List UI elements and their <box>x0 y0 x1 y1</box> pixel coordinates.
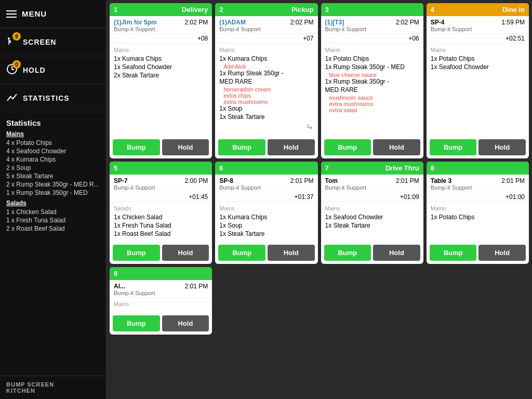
stats-item: 2 x Soup <box>6 164 100 171</box>
svg-point-0 <box>8 37 10 39</box>
card-footer-4: Bump Hold <box>427 136 529 158</box>
stats-item: 1 x Rump Steak 350gr - MED <box>6 189 100 196</box>
card-number: 2 <box>219 6 223 14</box>
card-support: Bump-it Support <box>325 184 366 191</box>
card-modifier: Add Aioli <box>223 63 313 70</box>
order-card-2: 2 Pickup (1)ADAM Bump-it Support 2:02 PM… <box>215 3 317 158</box>
stats-item: 4 x Potato Chips <box>6 139 100 147</box>
card-support: Bump-it Support <box>114 290 155 296</box>
card-header-4: 4 Dine in <box>427 3 529 16</box>
bump-button-8[interactable]: Bump <box>430 245 477 261</box>
sidebar-item-hold[interactable]: 0 HOLD <box>0 56 106 84</box>
card-footer-3: Bump Hold <box>321 136 423 158</box>
card-item: MED RARE <box>325 86 419 94</box>
stats-category-salads: Salads <box>6 200 100 207</box>
card-item: 1x Seafood Chowder <box>325 214 419 221</box>
sidebar-header: MENU <box>0 0 106 28</box>
bump-button-6[interactable]: Bump <box>218 245 265 261</box>
menu-label: MENU <box>22 9 47 18</box>
footer-bump-screen: BUMP SCREEN <box>6 381 100 388</box>
card-elapsed: +07 <box>215 34 317 44</box>
bump-button-7[interactable]: Bump <box>324 245 371 261</box>
card-item: 1x Potato Chips <box>325 55 419 62</box>
order-card-9: 9 Al... Bump-it Support 2:01 PM Mains Bu… <box>110 267 212 335</box>
card-number: 6 <box>219 164 223 172</box>
card-customer-name: (1)[T3] <box>325 19 366 26</box>
card-category: Mains <box>219 205 313 211</box>
card-header-1: 1 Delivery <box>110 3 212 16</box>
hold-button-5[interactable]: Hold <box>162 245 209 261</box>
card-subheader-9: Al... Bump-it Support 2:01 PM <box>110 280 212 298</box>
hold-button-2[interactable]: Hold <box>268 139 315 155</box>
card-footer-6: Bump Hold <box>215 242 317 264</box>
hold-button-6[interactable]: Hold <box>268 245 315 261</box>
card-header-9: 9 <box>110 267 212 280</box>
card-footer-2: Bump Hold <box>215 136 317 158</box>
card-modifier: extra chips <box>223 92 313 99</box>
card-time: 2:00 PM <box>185 177 208 184</box>
card-footer-5: Bump Hold <box>110 242 212 264</box>
bump-button-5[interactable]: Bump <box>113 245 160 261</box>
card-footer-1: Bump Hold <box>110 136 212 158</box>
bump-button-1[interactable]: Bump <box>113 139 160 155</box>
card-time: 2:02 PM <box>396 19 419 26</box>
card-header-8: 8 <box>427 162 529 175</box>
card-subheader-1: (1)Jim for 5pm Bump-it Support 2:02 PM <box>110 16 212 34</box>
bump-button-3[interactable]: Bump <box>324 139 371 155</box>
stats-item: 4 x Kumara Chips <box>6 156 100 163</box>
card-customer-name: SP-7 <box>114 177 155 184</box>
card-item: 1x Steak Tartare <box>325 222 419 229</box>
card-customer-name: Tom <box>325 177 366 184</box>
card-header-5: 5 <box>110 162 212 175</box>
card-item: 1x Seafood Chowder <box>114 63 208 71</box>
statistics-title: Statistics <box>6 118 100 127</box>
card-category: Mains <box>114 47 208 53</box>
card-item: 1x Steak Tartare <box>219 230 313 237</box>
card-elapsed: +01:45 <box>110 192 212 202</box>
card-footer-7: Bump Hold <box>321 242 423 264</box>
bump-button-2[interactable]: Bump <box>218 139 265 155</box>
card-customer-name: (1)Jim for 5pm <box>114 19 157 26</box>
hold-button-8[interactable]: Hold <box>478 245 526 261</box>
hold-button-1[interactable]: Hold <box>162 139 209 155</box>
card-number: 3 <box>325 6 329 14</box>
card-item: 1x Potato Chips <box>431 55 525 62</box>
hold-badge: 0 <box>12 60 21 69</box>
order-card-4: 4 Dine in SP-4 Bump-it Support 1:59 PM +… <box>427 3 529 158</box>
hamburger-icon[interactable] <box>6 10 17 18</box>
card-item: 1x Kumara Chips <box>219 55 313 62</box>
sidebar-item-screen[interactable]: 9 SCREEN <box>0 28 106 56</box>
hold-button-4[interactable]: Hold <box>478 139 526 155</box>
card-time: 2:01 PM <box>501 177 525 184</box>
card-body-7: Mains1x Seafood Chowder1x Steak Tartare <box>321 202 423 242</box>
order-card-7: 7 Drive Thru Tom Bump-it Support 2:01 PM… <box>321 162 423 264</box>
card-elapsed: +01:00 <box>427 192 529 202</box>
card-support: Bump-it Support <box>219 26 260 32</box>
card-modifier: extra mushrooms <box>223 99 313 105</box>
card-category: Mains <box>431 205 525 211</box>
hold-button-9[interactable]: Hold <box>162 315 209 331</box>
card-support: Bump-it Support <box>114 26 157 32</box>
statistics-label: STATISTICS <box>23 94 70 102</box>
statistics-section: Statistics Mains 4 x Potato Chips 4 x Se… <box>0 112 106 376</box>
card-type: Drive Thru <box>385 164 419 172</box>
card-customer-name: Al... <box>114 283 155 290</box>
sidebar-item-statistics[interactable]: STATISTICS <box>0 84 106 112</box>
statistics-icon <box>6 91 18 104</box>
card-item: 1x Rump Steak 350gr - <box>219 70 313 77</box>
card-customer-name: (1)ADAM <box>219 19 260 26</box>
hold-button-3[interactable]: Hold <box>373 139 420 155</box>
card-number: 8 <box>431 164 434 172</box>
card-customer-name: SP-8 <box>219 177 260 184</box>
card-footer-9: Bump Hold <box>110 312 212 335</box>
card-type: Pickup <box>291 6 314 14</box>
card-number: 7 <box>325 164 329 172</box>
card-body-6: Mains1x Kumara Chips1x Soup1x Steak Tart… <box>215 202 317 242</box>
hold-button-7[interactable]: Hold <box>373 245 420 261</box>
bump-button-4[interactable]: Bump <box>430 139 477 155</box>
card-support: Bump-it Support <box>431 26 472 32</box>
card-support: Bump-it Support <box>325 26 366 32</box>
card-elapsed: +01:09 <box>321 192 423 202</box>
stats-category-mains: Mains <box>6 130 100 138</box>
bump-button-9[interactable]: Bump <box>113 315 160 331</box>
